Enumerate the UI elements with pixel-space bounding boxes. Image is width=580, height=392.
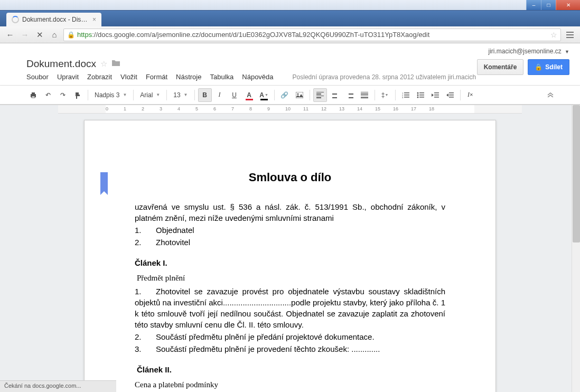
window-maximize-button[interactable]: □ (541, 0, 556, 10)
ruler-mark: 14 (357, 106, 362, 111)
size-select[interactable]: 13▼ (170, 88, 191, 102)
menu-file[interactable]: Soubor (26, 73, 49, 81)
svg-rect-3 (296, 92, 303, 98)
undo-button[interactable]: ↶ (41, 88, 55, 102)
comments-button[interactable]: Komentáře (477, 59, 524, 75)
folder-icon[interactable] (111, 59, 121, 69)
svg-rect-17 (434, 92, 439, 94)
line-spacing-button[interactable]: ‡▼ (378, 88, 392, 102)
document-page[interactable]: Smlouva o dílo uzavřená ve smyslu ust. §… (84, 120, 496, 392)
window-titlebar: – □ ✕ (0, 0, 580, 11)
svg-point-11 (417, 92, 418, 94)
ruler-mark: 4 (177, 106, 180, 111)
collapse-toolbar-button[interactable] (547, 91, 554, 99)
link-button[interactable]: 🔗 (278, 88, 292, 102)
paint-format-button[interactable] (71, 88, 85, 102)
text-color-button[interactable]: A (242, 88, 256, 102)
menu-table[interactable]: Tabulka (210, 73, 233, 81)
bold-button[interactable]: B (198, 88, 212, 102)
doc-paragraph: uzavřená ve smyslu ust. § 536 a násl. zá… (135, 201, 445, 223)
app-header: jiri.macich@jsemonline.cz ▼ Dokument.doc… (0, 43, 580, 70)
back-button[interactable]: ← (4, 29, 16, 41)
menu-tools[interactable]: Nástroje (176, 73, 201, 81)
horizontal-ruler[interactable]: 0123456789101112131415161718 (58, 105, 522, 114)
ruler-mark: 7 (231, 106, 234, 111)
ruler-mark: 12 (321, 106, 326, 111)
window-close-button[interactable]: ✕ (556, 0, 580, 10)
align-left-button[interactable] (313, 88, 327, 102)
bullet-list-button[interactable] (414, 88, 427, 102)
size-value: 13 (173, 91, 180, 99)
editor-area: 0123456789101112131415161718 Smlouva o d… (0, 105, 580, 392)
align-justify-button[interactable] (358, 88, 371, 102)
redo-button[interactable]: ↷ (56, 88, 70, 102)
browser-tab-bar: Dokument.docx - Disk Go… × (0, 11, 580, 26)
bookmark-star-icon[interactable]: ☆ (550, 31, 557, 39)
print-button[interactable] (26, 88, 40, 102)
tab-title: Dokument.docx - Disk Go… (22, 16, 88, 23)
svg-rect-21 (449, 95, 454, 96)
menu-insert[interactable]: Vložit (120, 73, 137, 81)
menu-help[interactable]: Nápověda (242, 73, 273, 81)
svg-text:3: 3 (402, 96, 404, 98)
home-button[interactable]: ⌂ (49, 29, 60, 41)
menu-edit[interactable]: Upravit (57, 73, 79, 81)
url-scheme: https (77, 31, 92, 39)
share-button[interactable]: 🔒 Sdílet (528, 59, 569, 75)
window-minimize-button[interactable]: – (526, 0, 541, 10)
tab-close-icon[interactable]: × (92, 16, 96, 23)
highlight-button[interactable]: A▼ (257, 88, 271, 102)
svg-rect-8 (404, 92, 409, 94)
ruler-mark: 18 (429, 106, 434, 111)
address-bar[interactable]: 🔒 https://docs.google.com/a/jsemonline.c… (63, 29, 561, 41)
ruler-mark: 3 (160, 106, 162, 111)
document-title[interactable]: Dokument.docx (26, 58, 96, 70)
bookmark-icon (100, 172, 108, 191)
align-right-button[interactable] (343, 88, 357, 102)
clear-format-button[interactable]: I✕ (464, 88, 478, 102)
stop-button[interactable]: ✕ (34, 29, 45, 41)
chevron-down-icon: ▼ (156, 92, 160, 97)
user-email-text: jiri.macich@jsemonline.cz (489, 48, 562, 55)
indent-increase-button[interactable] (443, 88, 457, 102)
ruler-mark: 8 (249, 106, 252, 111)
svg-rect-2 (32, 96, 35, 98)
italic-button[interactable]: I (213, 88, 227, 102)
lock-icon: 🔒 (535, 63, 542, 71)
menu-format[interactable]: Formát (146, 73, 167, 81)
chevron-down-icon: ▼ (565, 49, 569, 54)
doc-heading-2: Článek II. (137, 364, 445, 375)
numbered-list-button[interactable]: 123 (399, 88, 413, 102)
browser-tab[interactable]: Dokument.docx - Disk Go… × (6, 13, 101, 26)
indent-decrease-button[interactable] (428, 88, 442, 102)
forward-button[interactable]: → (19, 29, 31, 41)
svg-rect-19 (434, 97, 439, 98)
user-email[interactable]: jiri.macich@jsemonline.cz ▼ (489, 48, 569, 55)
share-label: Sdílet (545, 63, 563, 71)
ruler-mark: 16 (393, 106, 398, 111)
style-select[interactable]: Nadpis 3▼ (91, 88, 130, 102)
vertical-scrollbar[interactable] (572, 105, 580, 392)
font-select[interactable]: Arial▼ (137, 88, 163, 102)
svg-point-12 (417, 94, 418, 96)
ruler-mark: 0 (106, 106, 108, 111)
menu-view[interactable]: Zobrazit (87, 73, 112, 81)
svg-rect-16 (419, 97, 424, 98)
svg-rect-10 (404, 97, 409, 98)
ruler-mark: 11 (303, 106, 308, 111)
underline-button[interactable]: U (228, 88, 241, 102)
star-icon[interactable]: ☆ (100, 59, 107, 69)
browser-toolbar: ← → ✕ ⌂ 🔒 https://docs.google.com/a/jsem… (0, 26, 580, 43)
doc-list-item: 3.Součástí předmětu plnění je provedení … (135, 343, 445, 354)
image-button[interactable] (293, 88, 306, 102)
scroll-thumb[interactable] (573, 105, 580, 242)
browser-menu-button[interactable] (564, 32, 576, 38)
format-toolbar: ↶ ↷ Nadpis 3▼ Arial▼ 13▼ B I U A A▼ 🔗 ‡▼… (0, 86, 580, 105)
ruler-mark: 6 (213, 106, 216, 111)
doc-list-item: 2.Součástí předmětu plnění je předání pr… (135, 331, 445, 342)
align-center-button[interactable] (328, 88, 342, 102)
lock-icon: 🔒 (67, 31, 75, 39)
ruler-mark: 17 (411, 106, 416, 111)
svg-rect-1 (32, 92, 35, 94)
svg-rect-20 (449, 92, 454, 94)
